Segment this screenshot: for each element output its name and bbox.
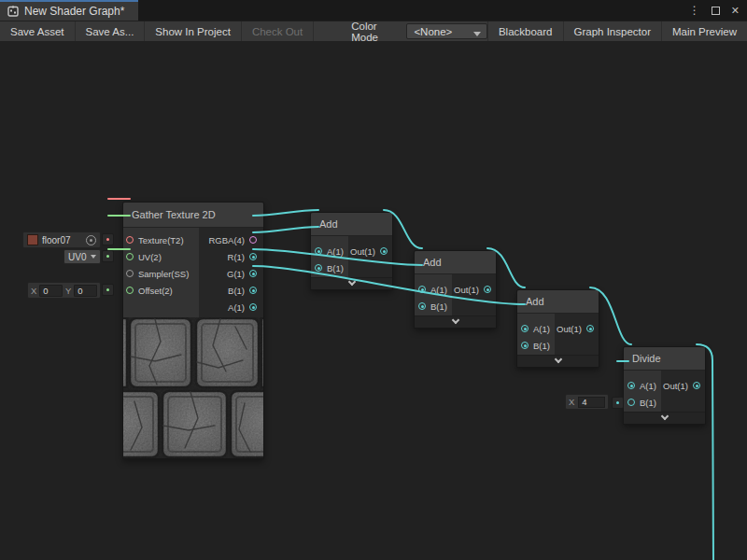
node-gather-texture-2d[interactable]: Gather Texture 2D Texture(T2) UV(2) Samp…	[122, 202, 264, 459]
node-add-2[interactable]: Add A(1) B(1) Out(1)	[414, 250, 497, 329]
input-port-sampler[interactable]	[126, 270, 134, 277]
tab-title: New Shader Graph*	[24, 5, 124, 18]
window-menu-icon[interactable]: ⋮	[689, 5, 700, 16]
port-label: A(1)	[640, 381, 656, 391]
uv-channel-value: UV0	[68, 252, 86, 262]
output-port-rgba[interactable]	[249, 236, 257, 244]
node-add-1[interactable]: Add A(1) B(1) Out(1)	[310, 212, 393, 290]
port-label: A(1)	[327, 246, 344, 257]
input-port-uv[interactable]	[126, 253, 134, 260]
title-bar: New Shader Graph* ⋮ ✕	[0, 0, 747, 21]
input-port-texture[interactable]	[126, 236, 134, 244]
chevron-down-icon	[660, 413, 668, 420]
input-port-b[interactable]	[418, 302, 426, 310]
port-label: Out(1)	[350, 246, 375, 257]
output-port-r[interactable]	[249, 253, 257, 260]
divide-b-input[interactable]: 4	[578, 397, 605, 408]
chevron-down-icon	[91, 255, 96, 259]
port-label: Out(1)	[557, 324, 582, 334]
offset-x-input[interactable]: 0	[39, 285, 63, 297]
port-label: B(1)	[640, 398, 656, 408]
preview-expander-button[interactable]	[415, 315, 496, 328]
output-port-out[interactable]	[693, 382, 700, 389]
close-icon[interactable]: ✕	[731, 6, 740, 16]
divide-b-float-field: X 4	[565, 394, 609, 410]
shader-graph-toolbar: Save Asset Save As... Show In Project Ch…	[0, 21, 747, 41]
port-label: A(1)	[533, 324, 550, 334]
output-port-out[interactable]	[484, 286, 491, 293]
chevron-down-icon	[451, 316, 458, 324]
preview-expander-button[interactable]	[311, 277, 392, 289]
check-out-button: Check Out	[242, 21, 314, 41]
port-label: G(1)	[227, 269, 245, 279]
graph-inspector-toggle-button[interactable]: Graph Inspector	[563, 21, 661, 41]
chevron-down-icon	[473, 32, 481, 36]
graph-canvas[interactable]: floor07 UV0 X 0 Y 0 Gather Texture 2D Te…	[0, 41, 747, 560]
input-port-a[interactable]	[315, 247, 322, 255]
offset-y-label: Y	[65, 286, 71, 296]
port-label: R(1)	[228, 252, 245, 262]
port-label: Offset(2)	[138, 286, 173, 296]
output-port-b[interactable]	[249, 287, 257, 294]
node-title[interactable]: Gather Texture 2D	[123, 203, 263, 228]
output-port-g[interactable]	[249, 270, 257, 277]
port-label: A(1)	[430, 285, 447, 295]
input-port-a[interactable]	[521, 325, 529, 332]
node-divide[interactable]: Divide A(1) B(1) Out(1)	[623, 346, 706, 425]
divide-b-port-stub[interactable]	[612, 397, 624, 409]
port-label: Texture(T2)	[138, 235, 184, 245]
maximize-icon[interactable]	[712, 7, 720, 15]
uv-port-stub[interactable]	[102, 250, 114, 262]
port-label: A(1)	[228, 302, 245, 313]
color-mode-value: <None>	[414, 26, 452, 37]
output-port-out[interactable]	[380, 247, 388, 255]
input-port-a[interactable]	[627, 382, 635, 389]
port-label: B(1)	[327, 263, 344, 273]
save-asset-button[interactable]: Save Asset	[0, 21, 76, 41]
node-title[interactable]: Divide	[624, 347, 705, 371]
chevron-down-icon	[347, 278, 355, 286]
output-port-a[interactable]	[249, 303, 257, 311]
port-label: RGBA(4)	[208, 235, 245, 245]
preview-expander-button[interactable]	[624, 412, 705, 424]
node-title[interactable]: Add	[517, 290, 599, 314]
node-title[interactable]: Add	[311, 213, 392, 236]
port-label: Out(1)	[663, 381, 688, 391]
port-label: Sampler(SS)	[138, 269, 189, 279]
output-port-out[interactable]	[586, 325, 594, 332]
texture-preview-image	[123, 317, 263, 458]
uv-channel-dropdown[interactable]: UV0	[63, 249, 101, 264]
node-title[interactable]: Add	[415, 251, 496, 274]
tab-shader-graph[interactable]: New Shader Graph*	[0, 0, 138, 21]
input-port-b[interactable]	[521, 342, 529, 349]
preview-expander-button[interactable]	[517, 355, 599, 367]
texture-port-stub[interactable]	[102, 233, 114, 245]
object-picker-icon[interactable]	[86, 235, 96, 245]
main-preview-toggle-button[interactable]: Main Preview	[661, 21, 747, 41]
offset-x-label: X	[31, 286, 36, 296]
texture-name: floor07	[42, 235, 82, 245]
offset-port-stub[interactable]	[102, 284, 114, 296]
color-mode-label: Color Mode	[344, 21, 406, 41]
port-label: B(1)	[430, 301, 447, 312]
port-label: UV(2)	[138, 252, 162, 262]
chevron-down-icon	[554, 356, 561, 363]
input-port-offset[interactable]	[126, 287, 134, 294]
blackboard-toggle-button[interactable]: Blackboard	[487, 21, 563, 41]
offset-vector2-field: X 0 Y 0	[27, 282, 101, 299]
port-label: Out(1)	[454, 285, 479, 295]
texture-object-field[interactable]: floor07	[22, 231, 101, 248]
save-as-button[interactable]: Save As...	[76, 21, 146, 41]
node-add-3[interactable]: Add A(1) B(1) Out(1)	[516, 289, 599, 368]
shader-graph-icon	[7, 6, 19, 17]
port-label: B(1)	[228, 286, 245, 296]
port-label: B(1)	[533, 341, 550, 351]
divide-b-x-label: X	[569, 397, 574, 407]
color-mode-dropdown[interactable]: <None>	[406, 23, 487, 39]
texture-thumbnail	[27, 234, 38, 245]
input-port-a[interactable]	[418, 286, 426, 293]
offset-y-input[interactable]: 0	[74, 285, 97, 297]
input-port-b[interactable]	[627, 399, 635, 406]
input-port-b[interactable]	[315, 264, 322, 272]
show-in-project-button[interactable]: Show In Project	[145, 21, 242, 41]
